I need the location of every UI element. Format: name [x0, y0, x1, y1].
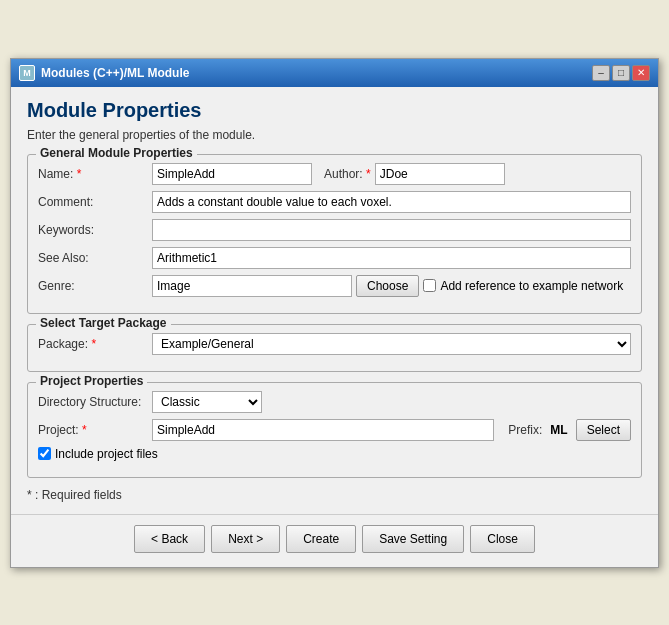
add-reference-label: Add reference to example network: [440, 279, 623, 293]
prefix-label: Prefix:: [508, 423, 542, 437]
comment-label: Comment:: [38, 195, 148, 209]
seealso-input[interactable]: [152, 247, 631, 269]
comment-row: Comment:: [38, 191, 631, 213]
add-reference-checkbox[interactable]: [423, 279, 436, 292]
genre-label: Genre:: [38, 279, 148, 293]
project-properties-group: Project Properties Directory Structure: …: [27, 382, 642, 478]
comment-input[interactable]: [152, 191, 631, 213]
genre-input[interactable]: [152, 275, 352, 297]
include-files-row: Include project files: [38, 447, 631, 461]
target-package-group: Select Target Package Package: * Example…: [27, 324, 642, 372]
minimize-button[interactable]: –: [592, 65, 610, 81]
add-reference-checkbox-label[interactable]: Add reference to example network: [423, 279, 623, 293]
project-label: Project: *: [38, 423, 148, 437]
package-label: Package: *: [38, 337, 148, 351]
name-author-row: Name: * Author: *: [38, 163, 631, 185]
prefix-value: ML: [550, 423, 567, 437]
page-title: Module Properties: [27, 99, 642, 122]
genre-row: Genre: Choose Add reference to example n…: [38, 275, 631, 297]
package-row: Package: * Example/General: [38, 333, 631, 355]
name-input[interactable]: [152, 163, 312, 185]
content-area: Module Properties Enter the general prop…: [11, 87, 658, 514]
footer: < Back Next > Create Save Setting Close: [11, 514, 658, 567]
main-window: M Modules (C++)/ML Module – □ ✕ Module P…: [10, 58, 659, 568]
select-button[interactable]: Select: [576, 419, 631, 441]
package-dropdown[interactable]: Example/General: [152, 333, 631, 355]
package-group-label: Select Target Package: [36, 316, 171, 330]
author-input[interactable]: [375, 163, 505, 185]
author-label: Author: *: [324, 167, 371, 181]
next-button[interactable]: Next >: [211, 525, 280, 553]
choose-button[interactable]: Choose: [356, 275, 419, 297]
project-row: Project: * Prefix: ML Select: [38, 419, 631, 441]
back-button[interactable]: < Back: [134, 525, 205, 553]
close-window-button[interactable]: ✕: [632, 65, 650, 81]
title-bar: M Modules (C++)/ML Module – □ ✕: [11, 59, 658, 87]
keywords-label: Keywords:: [38, 223, 148, 237]
window-title: Modules (C++)/ML Module: [41, 66, 592, 80]
maximize-button[interactable]: □: [612, 65, 630, 81]
name-label: Name: *: [38, 167, 148, 181]
save-setting-button[interactable]: Save Setting: [362, 525, 464, 553]
project-group-label: Project Properties: [36, 374, 147, 388]
title-bar-buttons: – □ ✕: [592, 65, 650, 81]
close-button[interactable]: Close: [470, 525, 535, 553]
dir-structure-label: Directory Structure:: [38, 395, 148, 409]
page-subtitle: Enter the general properties of the modu…: [27, 128, 642, 142]
dir-structure-row: Directory Structure: Classic Modern: [38, 391, 631, 413]
create-button[interactable]: Create: [286, 525, 356, 553]
include-files-checkbox-label[interactable]: Include project files: [38, 447, 158, 461]
include-files-label: Include project files: [55, 447, 158, 461]
keywords-input[interactable]: [152, 219, 631, 241]
seealso-label: See Also:: [38, 251, 148, 265]
dir-structure-dropdown[interactable]: Classic Modern: [152, 391, 262, 413]
project-input[interactable]: [152, 419, 494, 441]
required-note: * : Required fields: [27, 488, 642, 502]
keywords-row: Keywords:: [38, 219, 631, 241]
include-files-checkbox[interactable]: [38, 447, 51, 460]
general-group-label: General Module Properties: [36, 146, 197, 160]
general-module-properties-group: General Module Properties Name: * Author…: [27, 154, 642, 314]
window-icon: M: [19, 65, 35, 81]
seealso-row: See Also:: [38, 247, 631, 269]
